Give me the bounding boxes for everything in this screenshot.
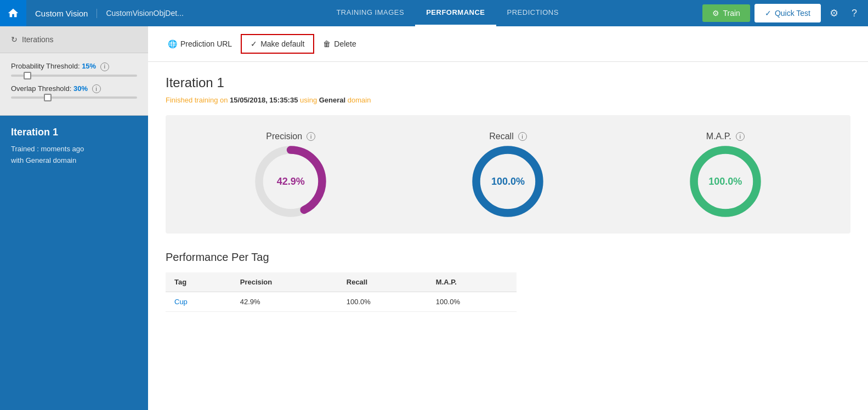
probability-slider-track — [11, 75, 137, 77]
overlap-info-icon[interactable]: i — [92, 84, 101, 93]
tab-training-images[interactable]: TRAINING IMAGES — [325, 0, 415, 26]
overlap-slider-track — [11, 96, 137, 99]
training-date: 15/05/2018, 15:35:35 — [230, 96, 298, 104]
probability-info-icon[interactable]: i — [100, 62, 109, 71]
row-precision: 42.9% — [231, 292, 338, 312]
settings-icon[interactable]: ⚙ — [825, 7, 843, 19]
recall-info-icon[interactable]: i — [518, 132, 527, 141]
probability-threshold-row: Probability Threshold: 15% i — [11, 62, 137, 77]
prediction-url-button[interactable]: 🌐 Prediction URL — [159, 35, 241, 53]
probability-slider-thumb[interactable] — [24, 72, 31, 79]
precision-metric: Precision i 42.9% — [255, 132, 326, 217]
training-domain: General — [319, 96, 345, 104]
training-info: Finished training on 15/05/2018, 15:35:3… — [166, 96, 850, 104]
app-title: Custom Vision — [26, 9, 97, 18]
col-precision: Precision — [231, 272, 338, 292]
row-map: 100.0% — [427, 292, 517, 312]
map-label: M.A.P. i — [706, 132, 745, 141]
iterations-label: Iterations — [22, 35, 54, 44]
col-tag: Tag — [166, 272, 231, 292]
precision-label: Precision i — [266, 132, 315, 141]
table-row: Cup 42.9% 100.0% 100.0% — [166, 292, 517, 312]
make-default-button[interactable]: ✓ Make default — [241, 34, 314, 54]
gear-icon: ⚙ — [712, 9, 719, 18]
top-nav: Custom Vision CustomVisionObjDet... TRAI… — [0, 0, 868, 26]
sidebar-iterations-header: ↻ Iterations — [0, 26, 148, 53]
delete-button[interactable]: 🗑 Delete — [314, 35, 365, 53]
iteration-title: Iteration 1 — [166, 75, 850, 90]
precision-donut: 42.9% — [255, 146, 326, 217]
metrics-panel: Precision i 42.9% Recall — [166, 115, 850, 234]
check-icon: ✓ — [251, 39, 257, 48]
sidebar-controls: Probability Threshold: 15% i Overlap Thr… — [0, 53, 148, 116]
map-donut: 100.0% — [690, 146, 761, 217]
overlap-threshold-row: Overlap Threshold: 30% i — [11, 84, 137, 99]
precision-info-icon[interactable]: i — [307, 132, 315, 141]
nav-actions: ⚙ Train ✓ Quick Test ⚙ ? — [702, 4, 868, 22]
check-icon: ✓ — [765, 9, 771, 18]
map-metric: M.A.P. i 100.0% — [690, 132, 761, 217]
tab-performance[interactable]: PERFORMANCE — [415, 0, 496, 26]
overlap-value: 30% — [73, 84, 88, 93]
sidebar-iteration-title: Iteration 1 — [11, 127, 137, 138]
recall-metric: Recall i 100.0% — [472, 132, 543, 217]
map-info-icon[interactable]: i — [736, 132, 745, 141]
help-icon[interactable]: ? — [847, 8, 861, 19]
col-map: M.A.P. — [427, 272, 517, 292]
sidebar-iteration-card[interactable]: Iteration 1 Trained : moments ago with G… — [0, 116, 148, 410]
recall-label: Recall i — [489, 132, 526, 141]
row-recall: 100.0% — [338, 292, 427, 312]
page-content: Iteration 1 Finished training on 15/05/2… — [148, 62, 868, 325]
quick-test-button[interactable]: ✓ Quick Test — [754, 4, 821, 22]
nav-tabs: TRAINING IMAGES PERFORMANCE PREDICTIONS — [192, 0, 703, 26]
main-layout: ↻ Iterations Probability Threshold: 15% … — [0, 26, 868, 410]
overlap-slider-thumb[interactable] — [44, 94, 52, 101]
probability-value: 15% — [82, 62, 96, 70]
tab-predictions[interactable]: PREDICTIONS — [496, 0, 570, 26]
performance-table: Tag Precision Recall M.A.P. Cup 42.9% 10… — [166, 272, 517, 312]
recall-donut: 100.0% — [472, 146, 543, 217]
map-value: 100.0% — [708, 176, 742, 187]
performance-per-tag-title: Performance Per Tag — [166, 251, 850, 264]
col-recall: Recall — [338, 272, 427, 292]
precision-value: 42.9% — [277, 176, 305, 187]
train-button[interactable]: ⚙ Train — [702, 4, 750, 22]
sidebar: ↻ Iterations Probability Threshold: 15% … — [0, 26, 148, 410]
recall-value: 100.0% — [491, 176, 525, 187]
probability-threshold-label: Probability Threshold: 15% i — [11, 62, 137, 71]
project-name: CustomVisionObjDet... — [97, 9, 192, 18]
iterations-icon: ↻ — [11, 35, 18, 44]
home-button[interactable] — [0, 0, 26, 26]
globe-icon: 🌐 — [168, 39, 177, 48]
main-content: 🌐 Prediction URL ✓ Make default 🗑 Delete… — [148, 26, 868, 410]
tag-cup-link[interactable]: Cup — [174, 298, 188, 306]
sidebar-iteration-domain: with General domain — [11, 155, 137, 167]
content-toolbar: 🌐 Prediction URL ✓ Make default 🗑 Delete — [148, 26, 868, 62]
overlap-threshold-label: Overlap Threshold: 30% i — [11, 84, 137, 94]
sidebar-iteration-trained: Trained : moments ago — [11, 144, 137, 155]
trash-icon: 🗑 — [323, 39, 331, 48]
